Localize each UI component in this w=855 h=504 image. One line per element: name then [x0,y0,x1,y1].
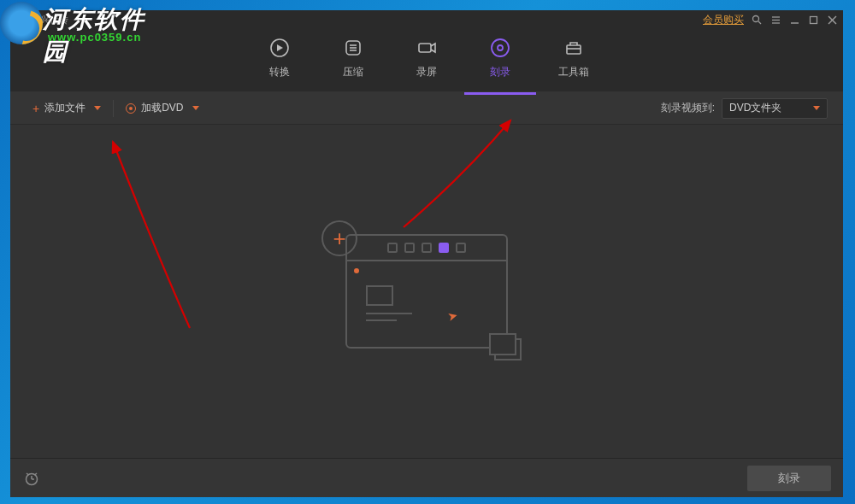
nav-tab-burn[interactable]: 刻录 [483,36,517,86]
burn-destination-label: 刻录视频到: [661,101,715,115]
load-dvd-label: 加载DVD [141,101,183,115]
chevron-down-icon [813,106,820,110]
target-icon [126,103,136,114]
cursor-icon: ➤ [446,308,460,325]
svg-point-1 [752,15,758,21]
burn-button-label: 刻录 [778,471,800,486]
menu-icon[interactable] [770,14,781,26]
svg-line-24 [35,473,38,475]
svg-rect-7 [810,16,817,23]
svg-rect-18 [567,45,581,54]
annotation-arrow [53,132,207,337]
nav-tab-compress[interactable]: 压缩 [336,36,370,86]
app-window: 万兴优转 会员购买 转换 [10,10,843,497]
burn-destination-value: DVD文件夹 [729,101,781,115]
footer: 刻录 [10,458,843,497]
stack-icon [489,333,520,359]
minimize-icon[interactable] [788,14,800,26]
nav-label: 录屏 [416,65,437,79]
placeholder-window-icon: ➤ [345,234,508,349]
svg-point-17 [498,45,503,50]
add-file-button[interactable]: + 添加文件 [26,98,108,119]
search-icon[interactable] [751,14,763,26]
burn-icon [488,36,512,60]
load-dvd-button[interactable]: 加载DVD [119,98,205,119]
convert-icon [268,36,292,60]
content-drop-area[interactable]: + ➤ [10,125,843,458]
toolbox-icon [562,36,586,60]
chevron-down-icon [192,106,199,110]
nav-divider [10,91,843,92]
add-file-label: 添加文件 [44,101,86,115]
nav-tab-record[interactable]: 录屏 [410,36,444,86]
svg-line-2 [758,21,761,24]
titlebar: 万兴优转 会员购买 [10,10,843,29]
close-icon[interactable] [826,14,838,26]
nav-label: 刻录 [490,65,510,79]
empty-placeholder: + ➤ [345,234,508,349]
toolbar-divider [113,100,114,117]
svg-rect-15 [419,44,431,52]
nav-label: 工具箱 [558,65,589,79]
nav-tab-toolbox[interactable]: 工具箱 [557,36,591,86]
svg-line-23 [27,473,29,475]
plus-icon: + [32,102,39,115]
main-nav: 转换 压缩 录屏 刻录 工具箱 [10,29,843,92]
nav-label: 压缩 [343,65,363,79]
record-icon [415,36,439,60]
alarm-icon[interactable] [22,469,41,488]
maximize-icon[interactable] [807,14,819,26]
svg-point-16 [492,39,509,56]
app-title: 万兴优转 [31,14,68,26]
chevron-down-icon [94,106,101,110]
burn-destination-select[interactable]: DVD文件夹 [722,98,828,119]
app-icon [15,14,27,26]
compress-icon [341,36,365,60]
member-purchase-link[interactable]: 会员购买 [703,13,744,27]
burn-button[interactable]: 刻录 [747,466,831,491]
toolbar: + 添加文件 加载DVD 刻录视频到: DVD文件夹 [10,92,843,125]
nav-label: 转换 [269,65,290,79]
nav-tab-convert[interactable]: 转换 [262,36,297,86]
